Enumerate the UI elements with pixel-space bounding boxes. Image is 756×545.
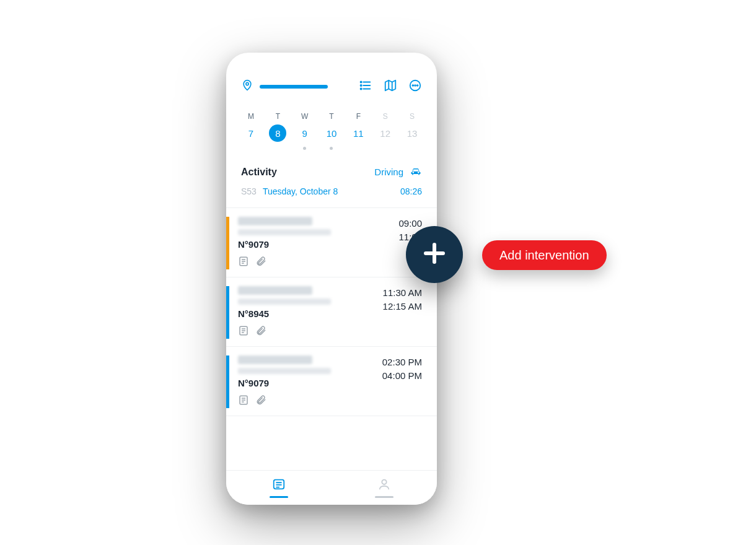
week-number: S53: [241, 186, 257, 196]
day-letter: S: [383, 112, 388, 121]
intervention-ref: N°9079: [238, 378, 382, 388]
intervention-ref: N°8945: [238, 308, 383, 319]
day-fri[interactable]: F 11: [347, 112, 369, 150]
nav-underline: [270, 496, 288, 498]
day-letter: M: [248, 112, 254, 121]
intervention-item[interactable]: N°8945 11:30 AM 12:15 AM: [226, 277, 437, 347]
svg-point-11: [412, 85, 413, 86]
more-icon[interactable]: [408, 79, 422, 95]
day-number: 11: [349, 124, 367, 142]
time-start: 02:30 PM: [382, 355, 422, 369]
day-letter: T: [329, 112, 333, 121]
title-placeholder: [260, 85, 328, 89]
day-thu[interactable]: T 10: [320, 112, 343, 150]
note-icon[interactable]: [238, 395, 249, 408]
time-start: 11:30 AM: [383, 286, 422, 300]
phone-frame: M 7 T 8 W 9 T 10 F 11 S 12 S 13: [226, 53, 437, 505]
activity-nav-icon: [271, 477, 287, 494]
note-icon[interactable]: [238, 256, 249, 269]
address-redacted: [238, 299, 331, 305]
full-date: Tuesday, October 8: [263, 186, 400, 196]
bottom-nav: [226, 470, 437, 505]
day-tue[interactable]: T 8: [266, 112, 289, 150]
intervention-times: 11:30 AM 12:15 AM: [383, 286, 422, 339]
svg-point-0: [246, 82, 248, 85]
svg-point-12: [415, 85, 416, 86]
attachment-icon[interactable]: [255, 395, 266, 408]
svg-point-13: [417, 85, 418, 86]
title-redacted: [238, 217, 312, 225]
time-start: 09:00: [398, 217, 422, 230]
nav-underline: [375, 496, 393, 498]
day-number: 12: [377, 124, 394, 142]
status-text: Driving: [374, 167, 403, 177]
svg-point-1: [361, 81, 362, 82]
svg-point-5: [361, 88, 362, 89]
address-redacted: [238, 368, 331, 374]
current-time: 08:26: [400, 186, 422, 196]
profile-nav-icon: [377, 477, 392, 494]
day-letter: S: [410, 112, 415, 121]
day-number: 8: [269, 124, 286, 142]
day-letter: F: [356, 112, 361, 121]
day-mon[interactable]: M 7: [240, 112, 262, 150]
day-number: 10: [323, 124, 340, 142]
intervention-times: 02:30 PM 04:00 PM: [382, 355, 422, 408]
address-redacted: [238, 229, 331, 235]
note-icon[interactable]: [238, 325, 249, 339]
time-end: 12:15 AM: [383, 300, 422, 313]
svg-point-3: [361, 85, 362, 86]
status-stripe: [226, 217, 229, 269]
status-stripe: [226, 286, 229, 339]
day-number: 7: [242, 124, 260, 142]
attachment-icon[interactable]: [255, 325, 266, 339]
pill-text: Add intervention: [499, 248, 589, 263]
day-dot: [303, 147, 306, 150]
car-icon: [410, 166, 422, 178]
intervention-item[interactable]: N°9079 09:00 11:00: [226, 208, 437, 277]
title-redacted: [238, 355, 312, 364]
day-dot: [330, 147, 333, 150]
day-sat[interactable]: S 12: [374, 112, 397, 150]
map-icon[interactable]: [384, 79, 397, 95]
intervention-list: N°9079 09:00 11:00 N°8945: [226, 207, 437, 416]
add-intervention-fab[interactable]: [406, 226, 463, 283]
add-intervention-label[interactable]: Add intervention: [482, 240, 607, 270]
title-redacted: [238, 286, 312, 295]
activity-label: Activity: [241, 167, 277, 178]
time-end: 04:00 PM: [382, 369, 422, 383]
svg-marker-7: [385, 81, 396, 91]
top-bar: [226, 53, 437, 95]
location-icon[interactable]: [241, 79, 253, 94]
day-sun[interactable]: S 13: [401, 112, 423, 150]
intervention-ref: N°9079: [238, 239, 398, 250]
nav-activity-button[interactable]: [226, 471, 332, 505]
status-stripe: [226, 355, 229, 408]
list-view-icon[interactable]: [359, 79, 372, 95]
day-wed[interactable]: W 9: [294, 112, 316, 150]
status-driving[interactable]: Driving: [374, 166, 422, 178]
day-number: 13: [403, 124, 421, 142]
attachment-icon[interactable]: [255, 256, 266, 269]
day-letter: T: [276, 112, 280, 121]
day-number: 9: [296, 124, 314, 142]
nav-profile-button[interactable]: [332, 471, 437, 505]
plus-icon: [420, 238, 449, 271]
intervention-item[interactable]: N°9079 02:30 PM 04:00 PM: [226, 347, 437, 416]
svg-point-30: [382, 480, 386, 484]
week-strip: M 7 T 8 W 9 T 10 F 11 S 12 S 13: [226, 95, 437, 150]
date-row: S53 Tuesday, October 8 08:26: [226, 178, 437, 207]
day-letter: W: [301, 112, 308, 121]
activity-header: Activity Driving: [226, 150, 437, 178]
